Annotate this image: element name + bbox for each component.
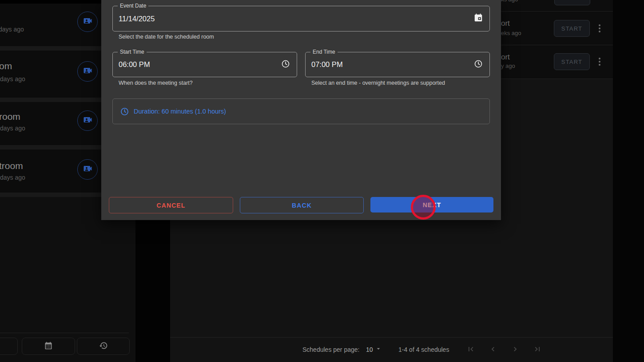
per-page-value: 10 bbox=[366, 346, 373, 353]
calendar-event-icon bbox=[473, 13, 483, 24]
last-page-button[interactable] bbox=[532, 345, 543, 355]
video-camera-icon bbox=[82, 65, 93, 78]
clock-icon bbox=[281, 59, 290, 71]
per-page-select[interactable]: 10 bbox=[366, 345, 382, 354]
click-indicator bbox=[411, 195, 436, 220]
event-date-helper: Select the date for the scheduled room bbox=[119, 34, 214, 40]
join-room-button[interactable] bbox=[77, 61, 98, 82]
end-time-value: 07:00 PM bbox=[311, 52, 343, 77]
join-room-button[interactable] bbox=[77, 110, 98, 131]
room-title: om bbox=[0, 61, 12, 71]
end-time-helper: Select an end time - overnight meetings … bbox=[311, 80, 445, 86]
schedule-updated-text: y ago bbox=[501, 63, 515, 69]
first-page-button[interactable] bbox=[465, 345, 476, 355]
room-title: room bbox=[0, 111, 20, 122]
join-room-button[interactable] bbox=[77, 159, 98, 180]
back-button[interactable]: BACK bbox=[240, 197, 364, 213]
schedule-dialog: Event Date 11/14/2025 Select the date fo… bbox=[101, 0, 501, 220]
chevron-down-icon bbox=[375, 345, 382, 354]
per-page-label: Schedules per page: bbox=[302, 346, 359, 353]
room-updated-text: days ago bbox=[0, 125, 25, 132]
history-view-button[interactable] bbox=[77, 338, 130, 355]
duration-info-box: Duration: 60 minutes (1.0 hours) bbox=[112, 98, 490, 124]
cancel-button[interactable]: CANCEL bbox=[109, 197, 233, 213]
duration-text: Duration: 60 minutes (1.0 hours) bbox=[134, 108, 226, 115]
start-time-helper: When does the meeting start? bbox=[119, 80, 193, 86]
next-page-button[interactable] bbox=[510, 345, 521, 355]
room-updated-text: days ago bbox=[0, 174, 25, 181]
join-room-button[interactable] bbox=[77, 12, 98, 32]
calendar-picker-button[interactable] bbox=[473, 13, 484, 24]
video-camera-icon bbox=[82, 114, 93, 127]
end-time-field[interactable]: End Time 07:00 PM bbox=[305, 52, 490, 77]
calendar-view-button[interactable] bbox=[22, 338, 75, 355]
pagination-divider bbox=[170, 337, 613, 338]
app-root: days ago om days ago room days ago troom… bbox=[0, 0, 644, 362]
video-camera-icon bbox=[82, 16, 93, 28]
pagination-range-text: 1-4 of 4 schedules bbox=[398, 346, 449, 353]
schedule-menu-button[interactable] bbox=[597, 23, 602, 34]
start-time-field[interactable]: Start Time 06:00 PM bbox=[112, 52, 297, 77]
schedule-updated-text: eks ago bbox=[501, 30, 521, 36]
left-footer-divider bbox=[0, 333, 129, 333]
event-date-value: 11/14/2025 bbox=[119, 6, 155, 31]
room-updated-text: days ago bbox=[0, 75, 25, 83]
previous-page-button[interactable] bbox=[488, 345, 498, 355]
start-schedule-button[interactable]: START bbox=[554, 20, 590, 37]
end-time-picker-button[interactable] bbox=[473, 59, 484, 71]
left-footer-button[interactable] bbox=[0, 338, 18, 355]
history-icon bbox=[99, 341, 108, 352]
first-page-icon bbox=[466, 345, 475, 355]
schedule-title: ort bbox=[501, 19, 510, 28]
start-schedule-button[interactable]: START bbox=[554, 53, 590, 70]
event-date-field[interactable]: Event Date 11/14/2025 bbox=[112, 6, 490, 31]
video-camera-icon bbox=[82, 163, 93, 176]
start-time-picker-button[interactable] bbox=[280, 59, 291, 71]
room-updated-text: days ago bbox=[0, 26, 24, 33]
schedule-menu-button[interactable] bbox=[597, 56, 602, 67]
last-page-icon bbox=[533, 345, 542, 355]
right-black-strip bbox=[613, 0, 644, 362]
start-time-value: 06:00 PM bbox=[119, 52, 150, 77]
schedule-title: ort bbox=[501, 53, 510, 62]
duration-clock-icon bbox=[120, 107, 129, 116]
clock-icon bbox=[473, 59, 483, 71]
calendar-icon bbox=[44, 341, 53, 352]
chevron-left-icon bbox=[489, 345, 497, 355]
start-schedule-button[interactable] bbox=[554, 0, 590, 5]
chevron-right-icon bbox=[511, 345, 520, 355]
room-title: troom bbox=[0, 161, 23, 171]
schedule-updated-text: ks ago bbox=[501, 0, 518, 3]
